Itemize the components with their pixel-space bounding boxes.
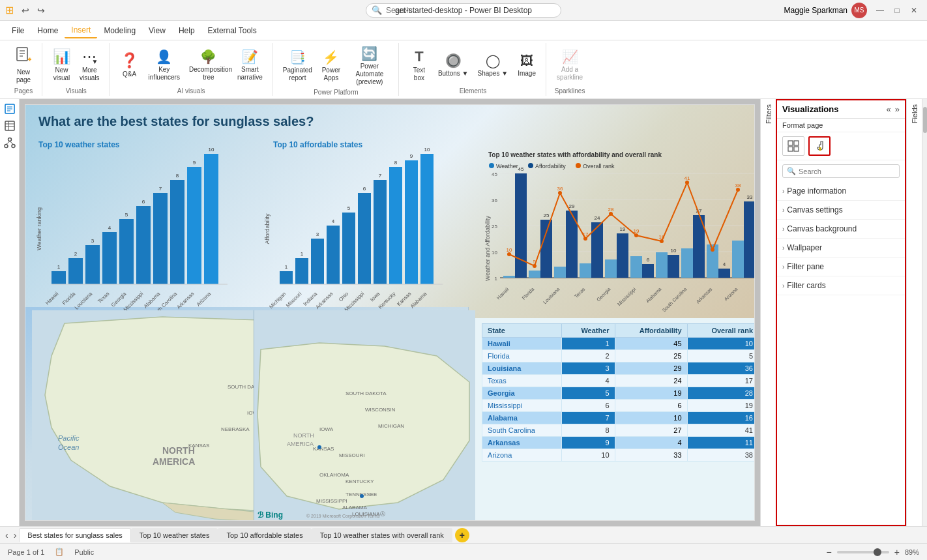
chevron-right-icon-6: › xyxy=(782,282,784,289)
svg-point-15 xyxy=(5,145,8,148)
menu-home[interactable]: Home xyxy=(31,23,65,38)
menu-insert[interactable]: Insert xyxy=(65,23,97,38)
decomposition-tree-button[interactable]: 🌳 Decompositiontree xyxy=(185,46,232,84)
more-visuals-label: Morevisuals xyxy=(80,66,100,82)
filters-panel[interactable]: Filters xyxy=(760,99,776,526)
viz-section-page-info[interactable]: › Page information xyxy=(777,182,905,201)
window-title: get-started-desktop - Power BI Desktop xyxy=(395,6,532,15)
pages-panel xyxy=(0,99,20,526)
svg-text:ℬ Bing: ℬ Bing xyxy=(258,510,283,520)
svg-text:Arkansas: Arkansas xyxy=(175,291,195,310)
svg-text:25: 25 xyxy=(492,224,497,229)
image-button[interactable]: 🖼 Image xyxy=(513,51,540,80)
collapse-left-button[interactable]: « xyxy=(887,104,891,114)
svg-text:10: 10 xyxy=(424,147,430,153)
tab-2[interactable]: Top 10 affordable states xyxy=(218,528,311,542)
ribbon-group-power-platform: 📑 Paginatedreport ⚡ PowerApps 🔄 Power Au… xyxy=(274,43,399,96)
pages-panel-icon-report[interactable] xyxy=(3,102,17,116)
menu-help[interactable]: Help xyxy=(172,23,201,38)
svg-text:Iowa: Iowa xyxy=(369,291,381,303)
new-page-button[interactable]: Newpage xyxy=(10,44,37,87)
visibility-icon: 📋 xyxy=(55,548,64,556)
buttons-button[interactable]: 🔘 Buttons ▼ xyxy=(434,50,473,80)
svg-rect-104 xyxy=(554,267,566,278)
image-label: Image xyxy=(518,70,536,78)
shapes-button[interactable]: ◯ Shapes ▼ xyxy=(473,50,512,80)
ribbon-group-pages-label: Pages xyxy=(14,87,33,96)
tab-prev-button[interactable]: ‹ xyxy=(3,530,11,540)
tab-next-button[interactable]: › xyxy=(11,530,20,540)
redo-button[interactable]: ↪ xyxy=(35,4,48,17)
pages-panel-icon-table[interactable] xyxy=(3,119,17,133)
qa-label: Q&A xyxy=(123,70,136,78)
svg-rect-0 xyxy=(17,48,27,61)
svg-rect-105 xyxy=(580,263,591,278)
smart-narrative-button[interactable]: 📝 Smartnarrative xyxy=(233,46,267,84)
viz-panel-header-controls: « » xyxy=(887,104,900,114)
key-influencers-button[interactable]: 👤 Keyinfluencers xyxy=(145,46,184,84)
tab-0[interactable]: Best states for sunglass sales xyxy=(19,528,131,542)
tab-3[interactable]: Top 10 weather states with overall rank xyxy=(312,528,452,542)
svg-text:KANSAS: KANSAS xyxy=(188,443,209,449)
svg-text:AMERICA: AMERICA xyxy=(153,456,195,467)
shapes-label: Shapes ▼ xyxy=(477,70,508,78)
viz-search-input[interactable] xyxy=(799,168,895,175)
menu-modeling[interactable]: Modeling xyxy=(97,23,142,38)
text-box-button[interactable]: T Textbox xyxy=(405,46,433,85)
undo-button[interactable]: ↩ xyxy=(19,4,32,17)
svg-text:South Carolina: South Carolina xyxy=(661,286,688,313)
svg-text:10: 10 xyxy=(209,147,214,153)
zoom-out-button[interactable]: − xyxy=(827,547,832,557)
data-table-container: State Weather Affordability Overall rank… xyxy=(482,323,754,462)
visibility-label: Public xyxy=(74,548,94,556)
viz-section-canvas-background[interactable]: › Canvas background xyxy=(777,220,905,239)
ribbon-group-pages: Newpage Pages xyxy=(5,43,42,96)
menu-external-tools[interactable]: External Tools xyxy=(201,23,263,38)
viz-section-canvas-settings[interactable]: › Canvas settings xyxy=(777,201,905,220)
expand-right-button[interactable]: » xyxy=(895,104,900,114)
pages-panel-icon-model[interactable] xyxy=(3,136,17,150)
format-tabs xyxy=(777,132,905,160)
paginated-report-button[interactable]: 📑 Paginatedreport xyxy=(279,47,316,85)
minimize-button[interactable]: — xyxy=(872,3,888,18)
fields-panel[interactable]: Fields xyxy=(906,99,922,526)
new-page-label: Newpage xyxy=(16,68,31,84)
add-sparkline-button[interactable]: 📈 Add asparkline xyxy=(553,46,587,84)
menu-file[interactable]: File xyxy=(5,23,31,38)
svg-point-84 xyxy=(489,163,494,168)
maximize-button[interactable]: □ xyxy=(889,3,905,18)
viz-section-wallpaper[interactable]: › Wallpaper xyxy=(777,239,905,258)
format-tab-brush[interactable] xyxy=(808,136,831,156)
zoom-in-button[interactable]: + xyxy=(894,547,900,557)
viz-section-filter-cards[interactable]: › Filter cards xyxy=(777,276,905,295)
right-scrollbar[interactable] xyxy=(922,99,927,526)
svg-point-88 xyxy=(576,163,581,168)
zoom-slider[interactable] xyxy=(837,551,889,553)
svg-rect-109 xyxy=(681,248,693,278)
ribbon-group-power-platform-label: Power Platform xyxy=(314,89,358,97)
line-chart: Top 10 weather states with affordability… xyxy=(482,147,754,323)
add-tab-button[interactable]: + xyxy=(455,528,469,542)
svg-text:WISCONSIN: WISCONSIN xyxy=(365,407,395,413)
svg-point-196 xyxy=(360,494,364,498)
power-apps-button[interactable]: ⚡ PowerApps xyxy=(317,47,345,85)
svg-text:6: 6 xyxy=(363,186,366,192)
svg-rect-28 xyxy=(119,219,134,284)
qa-button[interactable]: ❓ Q&A xyxy=(116,50,143,81)
svg-text:10: 10 xyxy=(507,247,512,253)
power-automate-button[interactable]: 🔄 Power Automate(preview) xyxy=(346,43,393,89)
viz-section-filter-pane[interactable]: › Filter pane xyxy=(777,258,905,276)
new-visual-button[interactable]: 📊 Newvisual xyxy=(49,46,74,85)
tab-1[interactable]: Top 10 weather states xyxy=(131,528,218,542)
format-tab-grid[interactable] xyxy=(782,136,804,156)
svg-text:5: 5 xyxy=(125,212,128,218)
svg-text:AMERICA: AMERICA xyxy=(287,441,314,447)
more-visuals-button[interactable]: ⋯▼ Morevisuals xyxy=(76,46,104,85)
canvas[interactable]: What are the best states for sunglass sa… xyxy=(25,104,755,521)
close-button[interactable]: ✕ xyxy=(906,3,922,18)
scrollbar-thumb[interactable] xyxy=(923,107,927,133)
svg-text:4: 4 xyxy=(332,218,335,224)
svg-rect-10 xyxy=(5,121,14,130)
menu-view[interactable]: View xyxy=(142,23,172,38)
status-right: − + 89% xyxy=(827,547,919,557)
